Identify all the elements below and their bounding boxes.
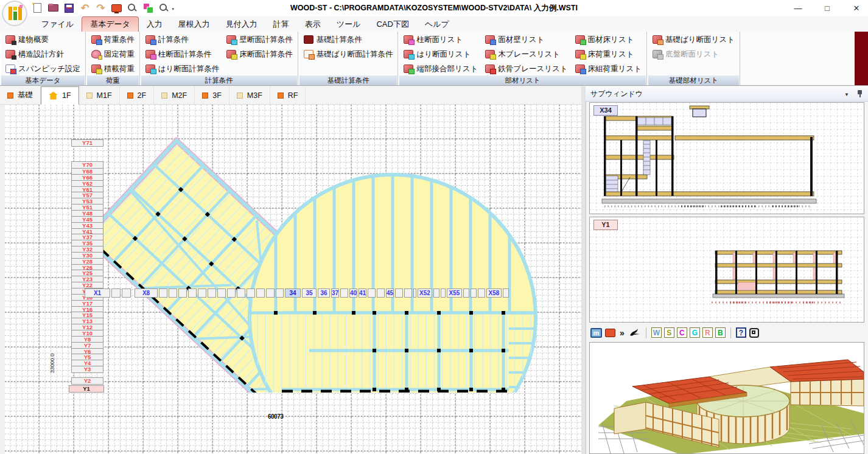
grid-label-X58[interactable]: X58 bbox=[486, 288, 502, 298]
grid-label-blank[interactable] bbox=[377, 288, 385, 298]
grid-label-blank[interactable] bbox=[198, 288, 206, 298]
grid-label-blank[interactable] bbox=[503, 288, 509, 298]
menu-item[interactable]: CAD下図 bbox=[368, 17, 416, 32]
zoom-tool-icon[interactable]: ▾ bbox=[158, 2, 174, 14]
menu-item[interactable]: ヘルプ bbox=[417, 17, 457, 32]
grid-label-blank[interactable] bbox=[122, 288, 131, 298]
letter-button-R[interactable]: R bbox=[702, 327, 713, 338]
ribbon-item[interactable]: 面材床リスト bbox=[572, 32, 645, 47]
grid-label-X45[interactable]: 45 bbox=[386, 288, 394, 298]
ribbon-item[interactable]: はり断面計算条件 bbox=[142, 61, 223, 76]
grid-label-X35[interactable]: 35 bbox=[302, 288, 317, 298]
monitor-blue-icon[interactable]: m bbox=[590, 328, 602, 338]
grid-label-X52[interactable]: X52 bbox=[418, 288, 432, 298]
grid-label-blank[interactable] bbox=[111, 288, 121, 298]
letter-button-W[interactable]: W bbox=[651, 327, 662, 338]
minimize-button[interactable]: — bbox=[793, 4, 803, 13]
display-icon[interactable] bbox=[111, 2, 122, 14]
grid-label-X40[interactable]: 40 bbox=[349, 288, 357, 298]
ribbon-item[interactable]: 木ブレースリスト bbox=[481, 47, 571, 61]
grid-label-blank[interactable] bbox=[276, 288, 284, 298]
grid-label-blank[interactable] bbox=[433, 288, 439, 298]
ribbon-item[interactable]: 柱断面計算条件 bbox=[142, 47, 223, 61]
search-icon[interactable] bbox=[127, 2, 138, 14]
letter-button-C[interactable]: C bbox=[677, 327, 687, 338]
grid-label-blank[interactable] bbox=[188, 288, 197, 298]
app-logo-icon[interactable] bbox=[2, 1, 27, 26]
chevron-down-icon[interactable] bbox=[844, 89, 849, 98]
floor-tab-1F[interactable]: 1F bbox=[41, 86, 79, 105]
grid-label-blank[interactable] bbox=[340, 288, 348, 298]
ribbon-item[interactable]: 固定荷重 bbox=[88, 47, 138, 61]
maximize-button[interactable]: □ bbox=[822, 4, 833, 13]
ribbon-item[interactable]: 床断面計算条件 bbox=[223, 47, 296, 61]
save-icon[interactable] bbox=[63, 2, 75, 14]
grid-label-X36[interactable]: 36 bbox=[318, 288, 330, 298]
grid-label-blank[interactable] bbox=[217, 288, 226, 298]
grid-label-blank[interactable] bbox=[266, 288, 275, 298]
ribbon-item[interactable]: 面材壁リスト bbox=[481, 32, 571, 47]
window-icon[interactable] bbox=[749, 328, 759, 338]
floor-tab-M1F[interactable]: M1F bbox=[79, 86, 120, 104]
grid-label-blank[interactable] bbox=[471, 288, 477, 298]
menu-item[interactable]: 計算 bbox=[265, 17, 297, 32]
grid-label-X37[interactable]: 37 bbox=[331, 288, 339, 298]
grid-label-X41[interactable]: 41 bbox=[359, 288, 366, 298]
grid-label-blank[interactable] bbox=[413, 288, 416, 298]
open-file-icon[interactable] bbox=[47, 2, 59, 14]
new-file-icon[interactable] bbox=[32, 2, 43, 14]
ribbon-item[interactable]: 積載荷重 bbox=[88, 61, 138, 76]
floor-tab-2F[interactable]: 2F bbox=[120, 86, 155, 104]
grid-label-blank[interactable] bbox=[368, 288, 376, 298]
floor-tab-基礎[interactable]: 基礎 bbox=[0, 86, 41, 104]
floor-tab-RF[interactable]: RF bbox=[270, 86, 306, 104]
ribbon-item[interactable]: 床荷重リスト bbox=[572, 47, 645, 61]
ribbon-item[interactable]: 構造設計方針 bbox=[2, 47, 84, 61]
floor-tab-3F[interactable]: 3F bbox=[195, 86, 229, 104]
redo-icon[interactable]: ↷ bbox=[95, 2, 107, 14]
menu-item[interactable]: 入力 bbox=[139, 17, 170, 32]
menu-item[interactable]: 表示 bbox=[297, 17, 329, 32]
grid-label-blank[interactable] bbox=[441, 288, 446, 298]
ribbon-item[interactable]: 荷重条件 bbox=[88, 32, 138, 47]
menu-item[interactable]: 基本データ bbox=[82, 16, 139, 32]
grid-label-blank[interactable] bbox=[208, 288, 216, 298]
letter-button-G[interactable]: G bbox=[690, 327, 700, 338]
menu-item[interactable]: 屋根入力 bbox=[170, 17, 218, 32]
chevron-right-icon[interactable]: » bbox=[618, 328, 626, 338]
grid-label-blank[interactable] bbox=[237, 288, 245, 298]
grid-label-blank[interactable] bbox=[169, 288, 177, 298]
ribbon-item[interactable]: 鉄骨ブレースリスト bbox=[481, 61, 571, 76]
undo-icon[interactable]: ↶ bbox=[79, 2, 91, 14]
ribbon-item[interactable]: 壁断面計算条件 bbox=[223, 32, 296, 47]
ribbon-item[interactable]: 計算条件 bbox=[142, 32, 223, 47]
monitor-red-icon[interactable] bbox=[605, 329, 615, 337]
palette-icon[interactable] bbox=[142, 2, 154, 14]
ribbon-item[interactable]: スパンピッチ設定 bbox=[2, 61, 84, 76]
floor-tab-M3F[interactable]: M3F bbox=[229, 86, 270, 104]
menu-item[interactable]: ツール bbox=[329, 17, 369, 32]
grid-label-X1[interactable]: X1 bbox=[85, 288, 110, 298]
menu-item[interactable]: ファイル bbox=[33, 17, 82, 32]
grid-label-blank[interactable] bbox=[256, 288, 265, 298]
ribbon-item[interactable]: 基礎ばり断面リスト bbox=[649, 32, 738, 47]
letter-button-S[interactable]: S bbox=[664, 327, 674, 338]
grid-label-X34[interactable]: 34 bbox=[285, 288, 301, 298]
ribbon-item[interactable]: 建物概要 bbox=[2, 32, 84, 47]
ribbon-item[interactable]: 床組荷重リスト bbox=[572, 61, 645, 76]
ribbon-item[interactable]: 基礎計算条件 bbox=[300, 32, 397, 47]
menu-item[interactable]: 見付入力 bbox=[218, 17, 265, 32]
grid-label-blank[interactable] bbox=[463, 288, 469, 298]
letter-button-B[interactable]: B bbox=[715, 327, 726, 338]
grid-label-blank[interactable] bbox=[247, 288, 255, 298]
ribbon-item[interactable]: 柱断面リスト bbox=[400, 32, 481, 47]
elevation-view-x34[interactable]: X34 bbox=[589, 102, 864, 214]
grid-label-blank[interactable] bbox=[227, 288, 236, 298]
grid-label-blank[interactable] bbox=[178, 288, 187, 298]
grid-label-Y3[interactable]: Y3 bbox=[71, 366, 103, 373]
grid-label-Y71[interactable]: Y71 bbox=[71, 139, 103, 147]
grid-label-X8[interactable]: X8 bbox=[135, 288, 158, 298]
grid-label-Y2[interactable]: Y2 bbox=[71, 377, 103, 385]
ribbon-item[interactable]: 端部接合部リスト bbox=[400, 61, 481, 76]
pin-icon[interactable] bbox=[856, 89, 863, 98]
